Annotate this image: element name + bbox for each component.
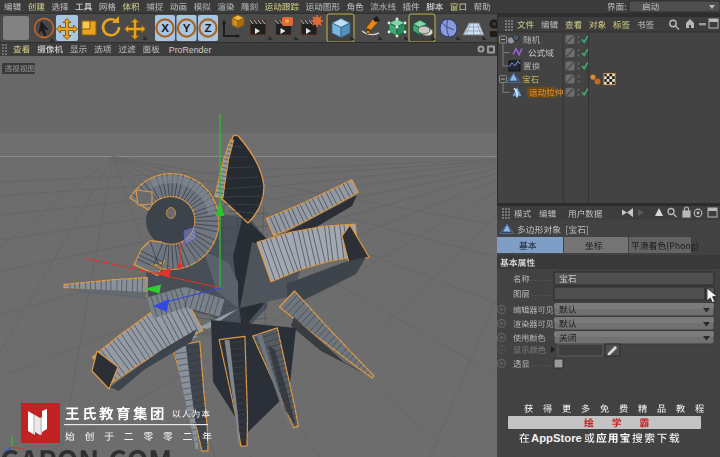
svg-text:Z: Z [204,22,211,34]
svg-text:ProRender: ProRender [169,45,212,55]
svg-text:AppStore: AppStore [531,432,582,444]
svg-text:X: X [161,22,169,34]
svg-text:Y: Y [183,22,191,34]
